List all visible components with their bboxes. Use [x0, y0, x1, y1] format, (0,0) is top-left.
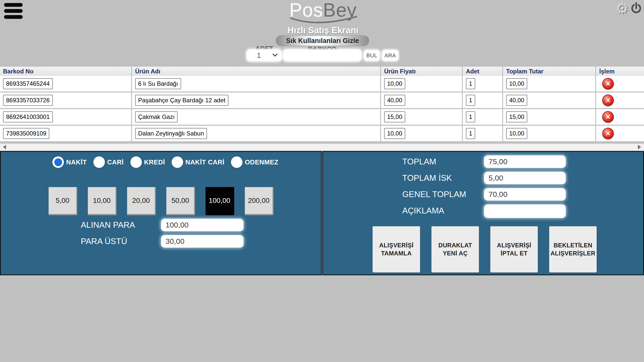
barcode-field[interactable]: 8693357465244 [3, 78, 53, 89]
product-name-field[interactable]: Paşabahçe Çay Bardağı 12 adet [135, 95, 228, 106]
denomination-button-200[interactable]: 200,00 [245, 187, 273, 215]
aciklama-label: AÇIKLAMA [402, 204, 444, 217]
radio-cari[interactable]: CARİ [93, 156, 124, 168]
qty-field[interactable]: 1 [466, 78, 475, 89]
genel-toplam-input[interactable]: 70,00 [484, 188, 566, 201]
chevron-down-icon [272, 54, 277, 57]
cancel-sale-button[interactable]: ALIŞVERİŞİ İPTAL ET [490, 226, 538, 273]
barcode-field[interactable]: 739835009109 [3, 128, 49, 139]
menu-icon[interactable] [4, 3, 24, 21]
toplam-input[interactable]: 75,00 [484, 155, 566, 168]
scroll-left-icon[interactable] [3, 145, 6, 149]
qty-field[interactable]: 1 [466, 128, 475, 139]
power-icon[interactable] [630, 2, 642, 15]
product-name-field[interactable]: Çakmak Gazı [135, 111, 178, 122]
alinan-para-input[interactable]: 100,00 [161, 219, 244, 231]
price-field[interactable]: 15,00 [384, 111, 405, 122]
radio-icon [172, 156, 183, 168]
denomination-button-50[interactable]: 50,00 [166, 187, 195, 215]
radio-icon [93, 156, 105, 168]
alinan-para-label: ALINAN PARA [81, 219, 135, 231]
pause-open-new-button[interactable]: DURAKLAT YENİ AÇ [431, 226, 479, 273]
settings-gear-icon[interactable]: ⚙ [616, 0, 629, 17]
radio-icon [130, 156, 142, 168]
genel-toplam-label: GENEL TOPLAM [402, 188, 466, 201]
denomination-group: 5,00 10,00 20,00 50,00 100,00 200,00 [49, 187, 273, 215]
column-header-islem: İşlem [596, 67, 644, 76]
barcode-field[interactable]: 8692641003001 [3, 111, 53, 122]
radio-kredi[interactable]: KREDİ [130, 156, 165, 168]
total-field[interactable]: 10,00 [506, 78, 527, 89]
logo-swoosh-icon [290, 15, 358, 26]
price-field[interactable]: 10,00 [384, 78, 405, 89]
total-field[interactable]: 10,00 [506, 128, 527, 139]
ara-button[interactable]: ARA [382, 50, 398, 61]
toplam-isk-input[interactable]: 5,00 [484, 172, 566, 184]
delete-row-icon[interactable]: ✕ [602, 78, 614, 89]
table-row: 739835009109 Dalan Zeytinyağlı Sabun 10,… [0, 126, 644, 141]
aciklama-textarea[interactable] [484, 204, 566, 218]
denomination-button-10[interactable]: 10,00 [88, 187, 116, 215]
radio-nakit-cari[interactable]: NAKİT CARİ [172, 156, 224, 168]
toplam-isk-label: TOPLAM İSK [402, 172, 452, 184]
radio-icon [52, 156, 64, 168]
price-field[interactable]: 40,00 [384, 95, 405, 106]
favorites-toggle-button[interactable]: Sık Kullanılanları Gizle Göster [276, 35, 369, 46]
product-name-field[interactable]: Dalan Zeytinyağlı Sabun [135, 128, 207, 139]
delete-row-icon[interactable]: ✕ [602, 128, 614, 139]
action-button-group: ALIŞVERİŞİ TAMAMLA DURAKLAT YENİ AÇ ALIŞ… [373, 226, 597, 273]
barkod-input[interactable] [283, 50, 361, 61]
radio-odenmez[interactable]: ODENMEZ [231, 156, 278, 168]
scroll-right-icon[interactable] [638, 145, 641, 149]
payment-method-group: NAKİT CARİ KREDİ NAKİT CARİ ODENMEZ [52, 156, 278, 168]
delete-row-icon[interactable]: ✕ [602, 111, 614, 123]
horizontal-scrollbar[interactable] [0, 144, 644, 151]
column-header-urun-fiyati: Ürün Fiyatı [381, 67, 463, 76]
denomination-button-5[interactable]: 5,00 [49, 187, 77, 215]
column-header-barkod-no: Barkod No [0, 67, 132, 76]
column-header-urun-adi: Ürün Adı [132, 67, 381, 76]
held-sales-button[interactable]: BEKLETİLEN ALIŞVERİŞLER [549, 226, 597, 273]
adet-select-value: 1 [257, 51, 261, 60]
total-field[interactable]: 40,00 [506, 95, 527, 106]
qty-field[interactable]: 1 [466, 111, 475, 122]
adet-select[interactable]: 1 [247, 50, 281, 61]
denomination-button-100[interactable]: 100,00 [206, 187, 234, 215]
para-ustu-label: PARA ÜSTÜ [81, 235, 127, 248]
denomination-button-20[interactable]: 20,00 [127, 187, 156, 215]
bul-button[interactable]: BUL [364, 50, 380, 61]
sale-items-table: Barkod No Ürün Adı Ürün Fiyatı Adet Topl… [0, 67, 644, 142]
page-title: Hızlı Satış Ekranı [260, 25, 386, 35]
radio-nakit[interactable]: NAKİT [52, 156, 87, 168]
toplam-label: TOPLAM [402, 155, 436, 168]
complete-sale-button[interactable]: ALIŞVERİŞİ TAMAMLA [373, 226, 420, 273]
table-row: 8693357033726 Paşabahçe Çay Bardağı 12 a… [0, 93, 644, 108]
table-row: 8692641003001 Çakmak Gazı 15,00 1 15,00 … [0, 109, 644, 125]
radio-icon [231, 156, 243, 168]
column-header-toplam-tutar: Toplam Tutar [503, 67, 596, 76]
quick-sale-screen: PosBey Hızlı Satış Ekranı Sık Kullanılan… [0, 0, 644, 362]
qty-field[interactable]: 1 [466, 95, 475, 106]
payment-panel: NAKİT CARİ KREDİ NAKİT CARİ ODENMEZ 5,00… [0, 151, 322, 275]
summary-panel: TOPLAM 75,00 TOPLAM İSK 5,00 GENEL TOPLA… [322, 151, 644, 275]
para-ustu-input[interactable]: 30,00 [161, 235, 244, 248]
column-header-adet: Adet [463, 67, 503, 76]
table-row: 8693357465244 6 lı Su Bardağı 10,00 1 10… [0, 76, 644, 92]
price-field[interactable]: 10,00 [384, 128, 405, 139]
delete-row-icon[interactable]: ✕ [602, 95, 614, 106]
total-field[interactable]: 15,00 [506, 111, 527, 122]
table-header-row: Barkod No Ürün Adı Ürün Fiyatı Adet Topl… [0, 67, 644, 76]
product-name-field[interactable]: 6 lı Su Bardağı [135, 78, 181, 89]
barcode-field[interactable]: 8693357033726 [3, 95, 53, 106]
